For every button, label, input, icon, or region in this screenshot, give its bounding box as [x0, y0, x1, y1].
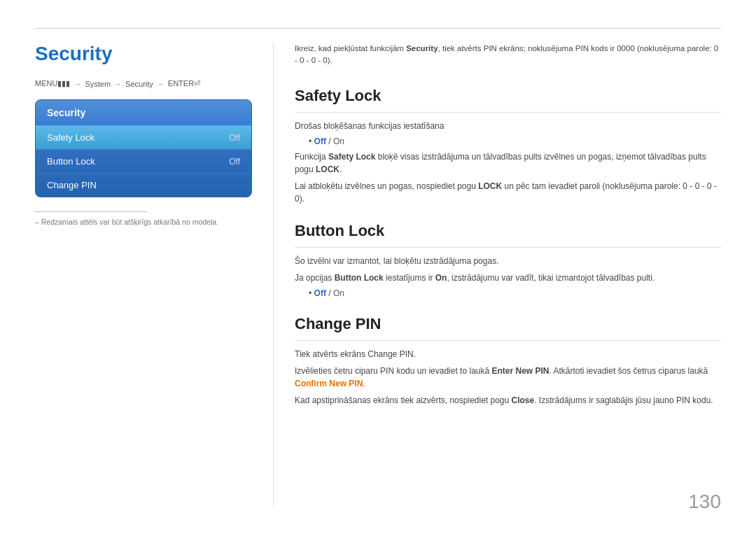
enter-new-pin-bold: Enter New PIN: [491, 366, 549, 376]
button-lock-desc2: Ja opcijas Button Lock iestatījums ir On…: [295, 272, 721, 284]
button-lock-separator: /: [328, 288, 333, 298]
change-pin-desc3: Kad apstiprināšanas ekrāns tiek aizvērts…: [295, 394, 721, 407]
breadcrumb-system: System: [85, 80, 111, 88]
right-column: Ikreiz, kad piekļūstat funkcijām Securit…: [273, 43, 721, 506]
button-lock-bullet: Off / On: [309, 288, 721, 298]
safety-lock-desc3: Lai atbloķētu izvēlnes un pogas, nospied…: [295, 180, 721, 205]
confirm-new-pin-orange: Confirm New PIN: [295, 379, 363, 388]
button-lock-desc1: Šo izvēlni var izmantot, lai bloķētu izs…: [295, 255, 721, 267]
section-safety-lock: Safety Lock Drošas bloķēšanas funkcijas …: [295, 87, 721, 205]
breadcrumb-enter: ENTER⏎: [168, 79, 200, 88]
page-number: 130: [688, 491, 721, 513]
menu-item-safety-lock-label: Safety Lock: [47, 132, 94, 143]
menu-header: Security: [36, 100, 251, 125]
change-pin-divider: [295, 340, 721, 341]
lock-bold1: LOCK: [316, 164, 340, 174]
safety-lock-bold: Safety Lock: [328, 152, 375, 162]
safety-lock-desc2: Funkcija Safety Lock bloķē visas izstrād…: [295, 150, 721, 176]
menu-item-change-pin-label: Change PIN: [47, 180, 97, 190]
breadcrumb-security: Security: [125, 80, 153, 88]
on-bold: On: [435, 273, 447, 283]
menu-item-change-pin[interactable]: Change PIN: [36, 173, 251, 197]
change-pin-desc1: Tiek atvērts ekrāns Change PIN.: [295, 348, 721, 360]
menu-item-button-lock-label: Button Lock: [47, 156, 95, 167]
page-title: Security: [35, 43, 252, 65]
breadcrumb: MENU▮▮▮ → System → Security → ENTER⏎: [35, 79, 252, 88]
menu-item-safety-lock[interactable]: Safety Lock Off: [36, 125, 251, 149]
change-pin-desc2: Izvēlieties četru ciparu PIN kodu un iev…: [295, 365, 721, 390]
breadcrumb-arrow3: →: [157, 80, 164, 88]
footnote-text: – Redzamais attēls var būt atšķirīgs atk…: [35, 218, 252, 226]
change-pin-title: Change PIN: [295, 315, 721, 333]
safety-lock-on: On: [333, 136, 344, 146]
safety-lock-bullet: Off / On: [309, 136, 721, 146]
menu-item-button-lock[interactable]: Button Lock Off: [36, 149, 251, 173]
menu-item-button-lock-value: Off: [229, 157, 240, 167]
intro-text: Ikreiz, kad piekļūstat funkcijām Securit…: [295, 43, 721, 67]
breadcrumb-arrow2: →: [114, 80, 122, 88]
safety-lock-divider: [295, 112, 721, 113]
safety-lock-desc1: Drošas bloķēšanas funkcijas iestatīšana: [295, 120, 721, 132]
breadcrumb-arrow1: →: [74, 80, 81, 88]
intro-bold-security: Security: [406, 44, 438, 52]
security-menu: Security Safety Lock Off Button Lock Off…: [35, 99, 252, 197]
safety-lock-title: Safety Lock: [295, 87, 721, 105]
menu-item-safety-lock-value: Off: [229, 133, 240, 143]
button-lock-off: Off: [314, 288, 326, 298]
button-lock-bold: Button Lock: [335, 273, 384, 283]
section-button-lock: Button Lock Šo izvēlni var izmantot, lai…: [295, 222, 721, 298]
button-lock-title: Button Lock: [295, 222, 721, 240]
left-column: Security MENU▮▮▮ → System → Security → E…: [35, 43, 252, 506]
footnote-divider: [35, 211, 147, 212]
lock-bold2: LOCK: [478, 181, 502, 191]
breadcrumb-menu: MENU▮▮▮: [35, 79, 70, 88]
button-lock-divider: [295, 247, 721, 248]
safety-lock-separator: /: [328, 136, 333, 146]
section-change-pin: Change PIN Tiek atvērts ekrāns Change PI…: [295, 315, 721, 407]
button-lock-on: On: [333, 288, 344, 298]
safety-lock-off: Off: [314, 136, 326, 146]
close-bold: Close: [512, 395, 535, 405]
